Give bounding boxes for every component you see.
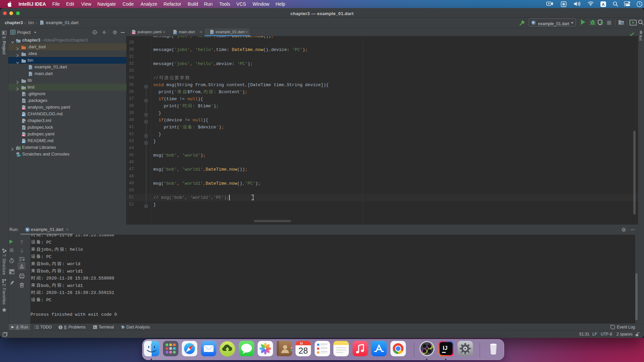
svg-text:IJ: IJ — [443, 345, 447, 351]
svg-text:11: 11 — [300, 342, 303, 345]
svg-text:YML: YML — [132, 33, 135, 34]
svg-text:YML: YML — [22, 135, 25, 136]
svg-text:A: A — [602, 2, 604, 6]
svg-text:YML: YML — [22, 108, 25, 110]
svg-text:MD: MD — [22, 114, 25, 116]
svg-text:MD: MD — [22, 141, 25, 143]
svg-text:28: 28 — [299, 346, 308, 355]
